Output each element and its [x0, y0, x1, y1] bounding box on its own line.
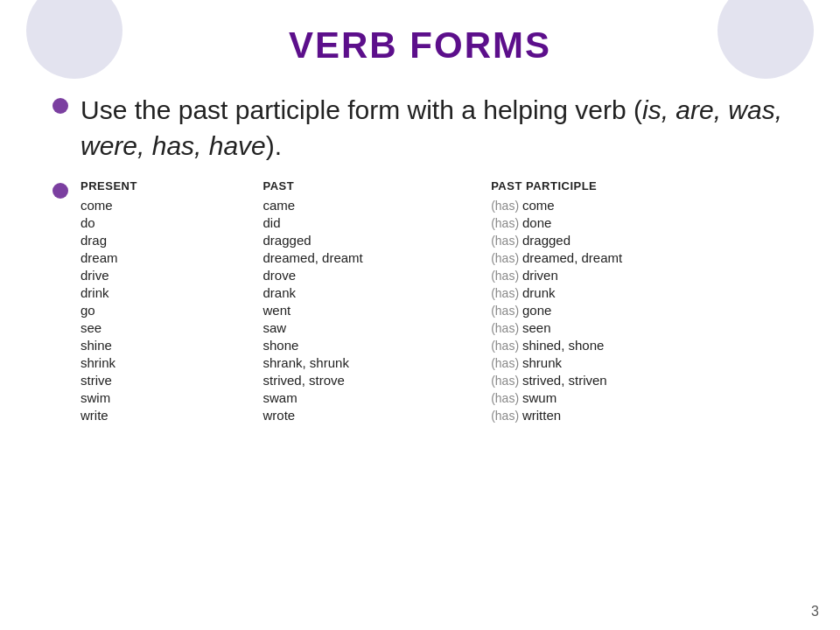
- header-present: PRESENT: [80, 179, 263, 196]
- table-row: strivestrived, strove(has) strived, stri…: [80, 371, 788, 388]
- cell-present: strive: [80, 371, 263, 388]
- cell-past: came: [263, 196, 492, 214]
- cell-participle: (has) shined, shone: [491, 336, 788, 354]
- has-label: (has): [491, 321, 522, 335]
- verb-table: PRESENT PAST PAST PARTICIPLE comecame(ha…: [80, 179, 788, 424]
- cell-present: drive: [80, 266, 263, 284]
- page-title-section: VERB FORMS: [0, 0, 840, 75]
- cell-present: shrink: [80, 354, 263, 371]
- table-header-row: PRESENT PAST PAST PARTICIPLE: [80, 179, 788, 196]
- cell-participle: (has) seen: [491, 318, 788, 336]
- table-row: dreamdreamed, dreamt(has) dreamed, dream…: [80, 248, 788, 266]
- cell-past: dragged: [263, 231, 492, 248]
- has-label: (has): [491, 234, 522, 248]
- table-row: seesaw(has) seen: [80, 318, 788, 336]
- has-label: (has): [491, 216, 522, 230]
- cell-past: drank: [263, 284, 492, 301]
- cell-present: go: [80, 301, 263, 318]
- table-row: shrinkshrank, shrunk(has) shrunk: [80, 354, 788, 371]
- has-label: (has): [491, 339, 522, 353]
- cell-past: saw: [263, 318, 492, 336]
- cell-participle: (has) shrunk: [491, 354, 788, 371]
- cell-present: come: [80, 196, 263, 214]
- cell-participle: (has) strived, striven: [491, 371, 788, 388]
- cell-participle: (has) gone: [491, 301, 788, 318]
- cell-participle: (has) dragged: [491, 231, 788, 248]
- cell-past: swam: [263, 388, 492, 406]
- has-label: (has): [491, 304, 522, 318]
- cell-participle: (has) dreamed, dreamt: [491, 248, 788, 266]
- has-label: (has): [491, 409, 522, 423]
- cell-present: swim: [80, 388, 263, 406]
- intro-text: Use the past participle form with a help…: [80, 93, 788, 164]
- cell-participle: (has) drunk: [491, 284, 788, 301]
- has-label: (has): [491, 269, 522, 283]
- cell-participle: (has) written: [491, 406, 788, 424]
- table-row: dodid(has) done: [80, 214, 788, 231]
- table-row: drivedrove(has) driven: [80, 266, 788, 284]
- page-title: VERB FORMS: [0, 24, 840, 66]
- table-row: gowent(has) gone: [80, 301, 788, 318]
- cell-past: drove: [263, 266, 492, 284]
- cell-past: went: [263, 301, 492, 318]
- cell-present: do: [80, 214, 263, 231]
- cell-past: shone: [263, 336, 492, 354]
- cell-present: see: [80, 318, 263, 336]
- cell-present: drink: [80, 284, 263, 301]
- table-section: PRESENT PAST PAST PARTICIPLE comecame(ha…: [52, 179, 788, 424]
- has-label: (has): [491, 251, 522, 265]
- cell-past: dreamed, dreamt: [263, 248, 492, 266]
- header-participle: PAST PARTICIPLE: [491, 179, 788, 196]
- cell-past: wrote: [263, 406, 492, 424]
- table-row: writewrote(has) written: [80, 406, 788, 424]
- intro-bullet-section: Use the past participle form with a help…: [52, 93, 788, 164]
- cell-past: did: [263, 214, 492, 231]
- cell-present: write: [80, 406, 263, 424]
- header-past: PAST: [263, 179, 492, 196]
- has-label: (has): [491, 356, 522, 370]
- has-label: (has): [491, 286, 522, 300]
- cell-past: shrank, shrunk: [263, 354, 492, 371]
- has-label: (has): [491, 199, 522, 213]
- has-label: (has): [491, 391, 522, 405]
- table-row: drinkdrank(has) drunk: [80, 284, 788, 301]
- table-row: shineshone(has) shined, shone: [80, 336, 788, 354]
- cell-past: strived, strove: [263, 371, 492, 388]
- cell-participle: (has) done: [491, 214, 788, 231]
- table-row: dragdragged(has) dragged: [80, 231, 788, 248]
- cell-present: drag: [80, 231, 263, 248]
- has-label: (has): [491, 374, 522, 388]
- cell-participle: (has) swum: [491, 388, 788, 406]
- cell-present: shine: [80, 336, 263, 354]
- main-content: Use the past participle form with a help…: [0, 75, 840, 441]
- table-row: comecame(has) come: [80, 196, 788, 214]
- table-row: swimswam(has) swum: [80, 388, 788, 406]
- cell-participle: (has) come: [491, 196, 788, 214]
- cell-present: dream: [80, 248, 263, 266]
- table-bullet-icon: [52, 183, 68, 199]
- bullet-icon: [52, 98, 68, 114]
- cell-participle: (has) driven: [491, 266, 788, 284]
- page-number: 3: [811, 604, 819, 620]
